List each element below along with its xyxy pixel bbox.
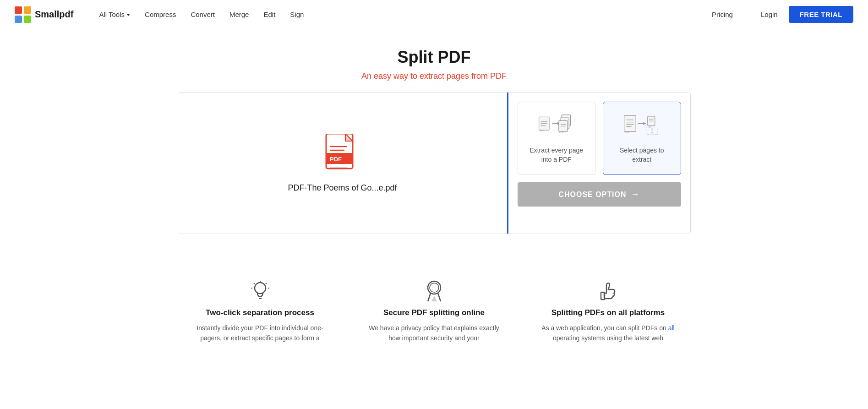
svg-line-42 (254, 283, 255, 284)
feature3-highlight: all (668, 324, 675, 332)
nav-sign[interactable]: Sign (283, 0, 311, 29)
svg-rect-51 (601, 292, 605, 300)
svg-rect-0 (15, 6, 22, 14)
svg-marker-50 (431, 296, 437, 301)
login-button[interactable]: Login (753, 11, 785, 18)
svg-line-43 (266, 283, 267, 284)
svg-rect-37 (653, 128, 658, 135)
feature1-desc: Instantly divide your PDF into individua… (191, 323, 329, 344)
svg-text:PDF: PDF (625, 131, 629, 134)
features-section: Two-click separation process Instantly d… (159, 252, 709, 362)
feature3-title: Splitting PDFs on all platforms (551, 308, 665, 317)
option-extract-every-page[interactable]: PDF PDF Extract every page into a PDF (518, 102, 596, 175)
logo[interactable]: Smallpdf (15, 6, 73, 23)
feature3-desc: As a web application, you can split PDFs… (540, 323, 677, 344)
svg-text:PDF: PDF (330, 156, 342, 163)
hero-section: Split PDF An easy way to extract pages f… (0, 29, 868, 92)
nav-merge[interactable]: Merge (222, 0, 257, 29)
choose-option-button[interactable]: CHOOSE OPTION → (518, 182, 681, 207)
split-area: PDF PDF-The Poems of Go...e.pdf (178, 92, 691, 234)
hero-subtitle: An easy way to extract pages from PDF (9, 71, 859, 81)
svg-line-49 (438, 293, 441, 301)
free-trial-button[interactable]: FREE TRIAL (789, 6, 853, 23)
feature-platforms: Splitting PDFs on all platforms As a web… (540, 280, 677, 344)
nav-edit[interactable]: Edit (256, 0, 283, 29)
logo-icon (15, 6, 31, 23)
svg-rect-1 (24, 6, 31, 14)
navbar: Smallpdf All Tools Compress Convert Merg… (0, 0, 868, 29)
shield-medal-icon (424, 280, 444, 303)
svg-text:PDF: PDF (559, 131, 563, 134)
feature2-title: Secure PDF splitting online (383, 308, 485, 317)
feature2-desc: We have a privacy policy that explains e… (366, 323, 503, 344)
pdf-filename: PDF-The Poems of Go...e.pdf (288, 183, 397, 193)
options-row: PDF PDF Extract every page into a PDF (518, 102, 681, 175)
chevron-down-icon (126, 14, 130, 16)
nav-compress[interactable]: Compress (137, 0, 183, 29)
options-panel: PDF PDF Extract every page into a PDF (507, 93, 690, 234)
page-title: Split PDF (9, 48, 859, 67)
nav-all-tools[interactable]: All Tools (92, 0, 137, 29)
svg-rect-3 (24, 16, 31, 23)
navbar-right: Pricing Login FREE TRIAL (706, 6, 853, 23)
select-pages-icon: PDF PDF (623, 112, 660, 140)
pdf-file-icon: PDF (324, 134, 361, 175)
svg-rect-24 (624, 116, 636, 132)
svg-text:PDF: PDF (540, 130, 544, 132)
lightbulb-icon (250, 280, 270, 303)
extract-every-page-icon: PDF PDF (538, 112, 575, 140)
feature1-title: Two-click separation process (206, 308, 314, 317)
thumbsup-icon (598, 280, 618, 303)
svg-point-38 (255, 283, 266, 294)
nav-divider (746, 7, 746, 22)
nav-convert[interactable]: Convert (183, 0, 222, 29)
logo-text: Smallpdf (35, 9, 73, 20)
feature-two-click: Two-click separation process Instantly d… (191, 280, 329, 344)
svg-rect-2 (15, 16, 22, 23)
option2-label: Select pages to extract (611, 146, 673, 164)
svg-marker-31 (643, 122, 646, 125)
navbar-nav: All Tools Compress Convert Merge Edit Si… (92, 0, 706, 29)
pdf-preview-panel: PDF PDF-The Poems of Go...e.pdf (178, 93, 507, 234)
pricing-button[interactable]: Pricing (706, 11, 738, 18)
option-select-pages[interactable]: PDF PDF Select pages to extract (603, 102, 681, 175)
svg-line-48 (428, 293, 431, 301)
pdf-icon: PDF (324, 134, 361, 175)
option1-label: Extract every page into a PDF (525, 146, 588, 164)
feature-secure: Secure PDF splitting online We have a pr… (366, 280, 503, 344)
arrow-right-icon: → (631, 190, 640, 199)
svg-rect-36 (646, 128, 651, 135)
svg-point-47 (430, 283, 439, 292)
